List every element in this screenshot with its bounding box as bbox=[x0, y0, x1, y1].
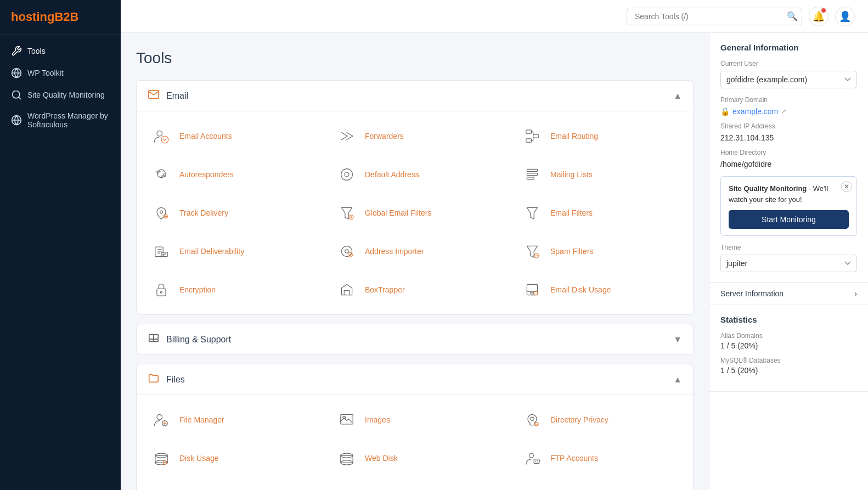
tool-web-disk[interactable]: Web Disk bbox=[322, 439, 508, 477]
svg-point-42 bbox=[157, 414, 162, 420]
svg-rect-25 bbox=[155, 247, 163, 257]
notifications-button[interactable]: 🔔 bbox=[809, 7, 828, 26]
deliverability-icon bbox=[150, 240, 173, 263]
svg-rect-6 bbox=[526, 139, 532, 142]
email-filters-label: Email Filters bbox=[550, 209, 593, 217]
tool-email-accounts[interactable]: Email Accounts bbox=[137, 117, 322, 155]
backup-icon bbox=[335, 485, 358, 490]
images-label: Images bbox=[365, 415, 390, 424]
tool-email-filters[interactable]: Email Filters bbox=[508, 194, 693, 232]
email-disk-icon bbox=[521, 278, 544, 301]
tool-global-filters[interactable]: Global Email Filters bbox=[322, 194, 508, 232]
tool-file-manager[interactable]: File Manager bbox=[137, 401, 322, 439]
svg-rect-34 bbox=[527, 284, 537, 295]
files-section-chevron: ▲ bbox=[673, 375, 682, 385]
sidebar-item-site-quality[interactable]: Site Quality Monitoring bbox=[0, 84, 121, 106]
tool-encryption[interactable]: Encryption bbox=[137, 271, 322, 309]
user-menu-button[interactable]: 👤 bbox=[835, 7, 855, 26]
svg-point-28 bbox=[345, 250, 348, 253]
tool-backup[interactable]: Backup bbox=[322, 477, 508, 490]
content-area: Tools Email ▲ bbox=[121, 33, 868, 490]
sidebar-item-site-quality-label: Site Quality Monitoring bbox=[27, 91, 105, 99]
tool-email-routing[interactable]: Email Routing bbox=[508, 117, 693, 155]
start-monitoring-button[interactable]: Start Monitoring bbox=[729, 210, 849, 229]
email-tools-grid: Email Accounts Forwarders bbox=[137, 111, 693, 314]
spam-filters-icon bbox=[521, 240, 544, 263]
ftp-connections-icon: FTP bbox=[150, 485, 173, 490]
global-filters-label: Global Email Filters bbox=[365, 209, 431, 217]
autoresponders-icon bbox=[150, 163, 173, 186]
search-input[interactable] bbox=[627, 8, 802, 25]
email-section: Email ▲ bbox=[136, 80, 694, 315]
wordpress-icon bbox=[11, 67, 22, 78]
tool-spam-filters[interactable]: Spam Filters bbox=[508, 232, 693, 271]
default-address-label: Default Address bbox=[365, 170, 419, 179]
tool-ftp-connections[interactable]: FTP FTP Connections bbox=[137, 477, 322, 490]
tool-ftp-accounts[interactable]: FTP FTP Accounts bbox=[508, 439, 693, 477]
ftp-accounts-icon: FTP bbox=[521, 447, 544, 470]
tool-autoresponders[interactable]: Autoresponders bbox=[137, 155, 322, 194]
external-link-icon: ↗ bbox=[781, 108, 786, 115]
server-information-row[interactable]: Server Information › bbox=[709, 283, 868, 305]
search-button[interactable]: 🔍 bbox=[787, 11, 798, 21]
tool-email-disk-usage[interactable]: Email Disk Usage bbox=[508, 271, 693, 309]
primary-domain-link[interactable]: example.com bbox=[732, 107, 778, 116]
email-section-header[interactable]: Email ▲ bbox=[137, 81, 693, 111]
forwarders-icon bbox=[335, 125, 358, 148]
disk-usage-icon bbox=[150, 447, 173, 470]
ftp-accounts-label: FTP Accounts bbox=[550, 454, 598, 463]
svg-point-36 bbox=[531, 292, 534, 294]
tool-forwarders[interactable]: Forwarders bbox=[322, 117, 508, 155]
page-title: Tools bbox=[136, 49, 694, 67]
tool-disk-usage[interactable]: Disk Usage bbox=[137, 439, 322, 477]
main-content: Tools Email ▲ bbox=[121, 33, 709, 490]
server-info-chevron: › bbox=[854, 289, 857, 298]
tool-email-deliverability[interactable]: Email Deliverability bbox=[137, 232, 322, 271]
default-address-icon bbox=[335, 163, 358, 186]
quality-monitoring-close-button[interactable]: ✕ bbox=[841, 181, 852, 192]
web-disk-icon bbox=[335, 447, 358, 470]
svg-rect-39 bbox=[154, 335, 158, 339]
tool-default-address[interactable]: Default Address bbox=[322, 155, 508, 194]
email-section-chevron: ▲ bbox=[673, 91, 682, 101]
svg-point-33 bbox=[160, 291, 162, 293]
mysql-databases-label: MySQL® Databases bbox=[720, 357, 857, 364]
sidebar-item-wp-toolkit[interactable]: WP Toolkit bbox=[0, 62, 121, 84]
tool-backup-wizard[interactable]: Backup Wizard bbox=[508, 477, 693, 490]
sidebar-item-tools[interactable]: Tools bbox=[0, 40, 121, 62]
svg-marker-24 bbox=[527, 207, 537, 219]
alias-domains-stat: Alias Domains 1 / 5 (20%) bbox=[720, 332, 857, 350]
svg-point-13 bbox=[341, 169, 353, 181]
tool-boxtrapper[interactable]: BoxTrapper bbox=[322, 271, 508, 309]
files-section: Files ▲ bbox=[136, 364, 694, 490]
svg-point-45 bbox=[343, 416, 346, 419]
quality-monitoring-title: Site Quality Monitoring bbox=[729, 184, 807, 193]
tool-images[interactable]: Images bbox=[322, 401, 508, 439]
tool-address-importer[interactable]: Address Importer bbox=[322, 232, 508, 271]
sidebar: hostingB2B Tools WP Toolkit bbox=[0, 0, 121, 490]
tool-directory-privacy[interactable]: Directory Privacy bbox=[508, 401, 693, 439]
track-delivery-label: Track Delivery bbox=[179, 209, 228, 217]
email-routing-icon bbox=[521, 125, 544, 148]
logo: hostingB2B bbox=[0, 0, 121, 35]
tool-mailing-lists[interactable]: Mailing Lists bbox=[508, 155, 693, 194]
directory-privacy-label: Directory Privacy bbox=[550, 415, 608, 424]
files-section-icon bbox=[148, 372, 160, 387]
billing-section-header[interactable]: Billing & Support ▼ bbox=[137, 324, 693, 354]
home-dir-label: Home Directory bbox=[720, 149, 857, 156]
files-section-header[interactable]: Files ▲ bbox=[137, 364, 693, 395]
mailing-lists-label: Mailing Lists bbox=[550, 170, 593, 179]
svg-point-37 bbox=[534, 291, 537, 295]
tool-track-delivery[interactable]: Track Delivery bbox=[137, 194, 322, 232]
email-filters-icon bbox=[521, 201, 544, 224]
wordpress-icon2 bbox=[11, 115, 22, 126]
current-user-select[interactable]: gofdidre (example.com) bbox=[720, 71, 857, 88]
search-wrap: 🔍 bbox=[627, 8, 802, 25]
billing-section-chevron: ▼ bbox=[673, 335, 682, 345]
sidebar-item-wp-toolkit-label: WP Toolkit bbox=[27, 69, 64, 77]
disk-usage-label: Disk Usage bbox=[179, 454, 219, 463]
quality-monitoring-banner: ✕ Site Quality Monitoring - We'll watch … bbox=[720, 176, 857, 236]
svg-rect-50 bbox=[155, 455, 167, 463]
sidebar-item-wp-manager[interactable]: WordPress Manager by Softaculous bbox=[0, 106, 121, 134]
theme-select[interactable]: jupiterpaper_lanternx3 bbox=[720, 255, 857, 272]
